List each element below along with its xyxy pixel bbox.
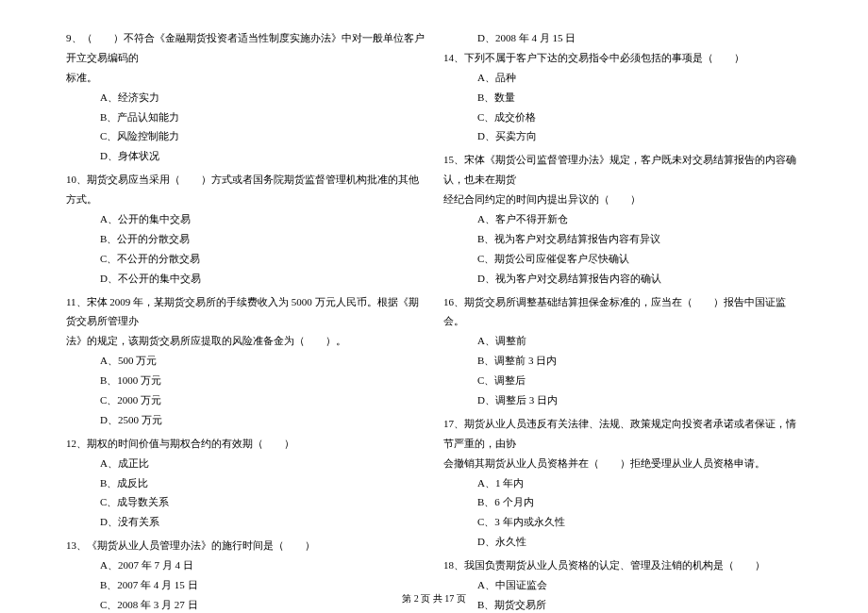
- question-9-opt-c: C、风险控制能力: [66, 126, 425, 146]
- question-17-opt-a: A、1 年内: [443, 473, 802, 493]
- question-10-opt-a: A、公开的集中交易: [66, 209, 425, 229]
- question-15-text: 15、宋体《期货公司监督管理办法》规定，客户既未对交易结算报告的内容确认，也未在…: [443, 150, 802, 190]
- question-9-cont: 标准。: [66, 68, 425, 88]
- question-9-text: 9、（ ）不符合《金融期货投资者适当性制度实施办法》中对一般单位客户开立交易编码…: [66, 28, 425, 68]
- question-17-text: 17、期货从业人员违反有关法律、法规、政策规定向投资者承诺或者保证，情节严重的，…: [443, 414, 802, 454]
- question-17-cont: 会撤销其期货从业人员资格并在（ ）拒绝受理从业人员资格申请。: [443, 454, 802, 473]
- question-14-text: 14、下列不属于客户下达的交易指令中必须包括的事项是（ ）: [443, 48, 802, 68]
- question-16-opt-a: A、调整前: [443, 331, 802, 351]
- question-17: 17、期货从业人员违反有关法律、法规、政策规定向投资者承诺或者保证，情节严重的，…: [443, 414, 802, 552]
- question-16-opt-b: B、调整前 3 日内: [443, 351, 802, 371]
- question-9-opt-b: B、产品认知能力: [66, 108, 425, 127]
- left-column: 9、（ ）不符合《金融期货投资者适当性制度实施办法》中对一般单位客户开立交易编码…: [57, 28, 434, 566]
- question-11-opt-a: A、500 万元: [66, 351, 425, 371]
- question-16: 16、期货交易所调整基础结算担保金标准的，应当在（ ）报告中国证监会。 A、调整…: [443, 292, 802, 410]
- question-12-opt-c: C、成导数关系: [66, 492, 425, 512]
- question-12-opt-d: D、没有关系: [66, 512, 425, 532]
- question-9: 9、（ ）不符合《金融期货投资者适当性制度实施办法》中对一般单位客户开立交易编码…: [66, 28, 425, 166]
- question-12-text: 12、期权的时间价值与期权合约的有效期（ ）: [66, 434, 425, 454]
- question-13-opt-a: A、2007 年 7 月 4 日: [66, 555, 425, 575]
- question-13-opt-d: D、2008 年 4 月 15 日: [443, 28, 802, 48]
- question-10-opt-d: D、不公开的集中交易: [66, 269, 425, 289]
- question-15: 15、宋体《期货公司监督管理办法》规定，客户既未对交易结算报告的内容确认，也未在…: [443, 150, 802, 288]
- question-11: 11、宋体 2009 年，某期货交易所的手续费收入为 5000 万元人民币。根据…: [66, 292, 425, 430]
- question-15-opt-a: A、客户不得开新仓: [443, 209, 802, 229]
- question-15-opt-c: C、期货公司应催促客户尽快确认: [443, 249, 802, 269]
- question-15-opt-b: B、视为客户对交易结算报告内容有异议: [443, 229, 802, 249]
- question-10: 10、期货交易应当采用（ ）方式或者国务院期货监督管理机构批准的其他方式。 A、…: [66, 170, 425, 288]
- question-14-opt-d: D、买卖方向: [443, 126, 802, 146]
- question-13-text: 13、《期货从业人员管理办法》的施行时间是（ ）: [66, 536, 425, 555]
- question-15-opt-d: D、视为客户对交易结算报告内容的确认: [443, 269, 802, 289]
- question-15-cont: 经纪合同约定的时间内提出异议的（ ）: [443, 190, 802, 209]
- question-14-opt-b: B、数量: [443, 88, 802, 108]
- question-16-opt-d: D、调整后 3 日内: [443, 390, 802, 410]
- question-11-opt-d: D、2500 万元: [66, 410, 425, 430]
- question-12: 12、期权的时间价值与期权合约的有效期（ ） A、成正比 B、成反比 C、成导数…: [66, 434, 425, 532]
- page-footer: 第 2 页 共 17 页: [0, 592, 868, 605]
- question-11-opt-b: B、1000 万元: [66, 371, 425, 390]
- question-9-opt-d: D、身体状况: [66, 146, 425, 166]
- page-content: 9、（ ）不符合《金融期货投资者适当性制度实施办法》中对一般单位客户开立交易编码…: [0, 0, 868, 585]
- question-14: 14、下列不属于客户下达的交易指令中必须包括的事项是（ ） A、品种 B、数量 …: [443, 48, 802, 146]
- question-11-text: 11、宋体 2009 年，某期货交易所的手续费收入为 5000 万元人民币。根据…: [66, 292, 425, 332]
- question-17-opt-d: D、永久性: [443, 532, 802, 552]
- question-14-opt-c: C、成交价格: [443, 108, 802, 127]
- question-18-text: 18、我国负责期货从业人员资格的认定、管理及注销的机构是（ ）: [443, 555, 802, 575]
- question-10-opt-c: C、不公开的分散交易: [66, 249, 425, 269]
- right-column: D、2008 年 4 月 15 日 14、下列不属于客户下达的交易指令中必须包括…: [434, 28, 811, 566]
- question-16-opt-c: C、调整后: [443, 371, 802, 390]
- question-9-opt-a: A、经济实力: [66, 88, 425, 108]
- question-11-cont: 法》的规定，该期货交易所应提取的风险准备金为（ ）。: [66, 331, 425, 351]
- question-11-opt-c: C、2000 万元: [66, 390, 425, 410]
- question-10-opt-b: B、公开的分散交易: [66, 229, 425, 249]
- question-17-opt-c: C、3 年内或永久性: [443, 512, 802, 532]
- question-16-text: 16、期货交易所调整基础结算担保金标准的，应当在（ ）报告中国证监会。: [443, 292, 802, 332]
- question-12-opt-a: A、成正比: [66, 454, 425, 473]
- question-17-opt-b: B、6 个月内: [443, 492, 802, 512]
- question-14-opt-a: A、品种: [443, 68, 802, 88]
- question-10-text: 10、期货交易应当采用（ ）方式或者国务院期货监督管理机构批准的其他方式。: [66, 170, 425, 209]
- question-12-opt-b: B、成反比: [66, 473, 425, 493]
